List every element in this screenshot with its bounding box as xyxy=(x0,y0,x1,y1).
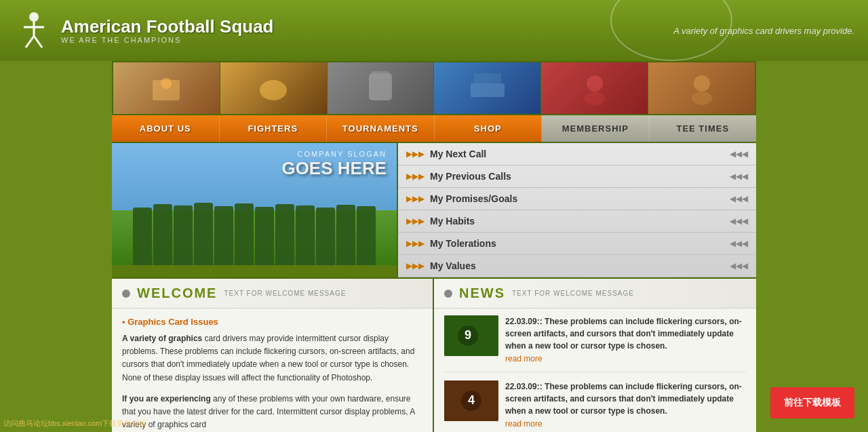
hero-slogan-small: COMPANY SLOGAN xyxy=(281,150,387,158)
sidebar-label-4: My Habits xyxy=(430,216,730,227)
arrow-left-icon-4: ▶▶▶ xyxy=(406,216,425,226)
player-11 xyxy=(336,205,355,265)
main-container: ABOUT US FIGHTERS TOURNAMENTS SHOP MEMBE… xyxy=(112,61,756,432)
photo-3 xyxy=(328,62,435,114)
article-second: If you are experiencing any of these pro… xyxy=(122,393,422,432)
news-thumb-2: 4 xyxy=(444,380,498,421)
player-6 xyxy=(235,203,254,265)
bottom-content: WELCOME TEXT FOR WELCOME MESSAGE Graphic… xyxy=(112,277,756,432)
news-text-1: 22.03.09:: These problems can include fl… xyxy=(505,315,746,364)
photo-strip xyxy=(112,61,756,115)
sidebar-label-6: My Values xyxy=(430,260,730,271)
arrow-right-icon-4: ◀◀◀ xyxy=(730,216,748,226)
player-4 xyxy=(194,203,213,265)
nav-fighters[interactable]: FIGHTERS xyxy=(220,115,328,142)
news-text-2: 22.03.09:: These problems can include fl… xyxy=(505,380,746,429)
photo-2 xyxy=(220,62,328,114)
player-9 xyxy=(296,205,315,265)
arrow-right-icon-5: ◀◀◀ xyxy=(730,239,748,248)
arrow-left-icon-1: ▶▶▶ xyxy=(406,149,425,159)
article-second-bold: If you are experiencing xyxy=(122,394,211,404)
arrow-right-icon-6: ◀◀◀ xyxy=(730,261,748,271)
news-body: 9 22.03.09:: These problems can include … xyxy=(434,309,756,432)
nav-about-us[interactable]: ABOUT US xyxy=(112,115,220,142)
arrow-right-icon-2: ◀◀◀ xyxy=(730,172,748,181)
photo-6 xyxy=(648,62,755,114)
sidebar-item-habits[interactable]: ▶▶▶ My Habits ◀◀◀ xyxy=(398,210,756,233)
welcome-header: WELCOME TEXT FOR WELCOME MESSAGE xyxy=(112,279,433,309)
hero-slogan-big: GOES HERE xyxy=(281,158,387,179)
welcome-title: WELCOME xyxy=(137,286,217,301)
news-item-2: 4 22.03.09:: These problems can include … xyxy=(444,380,746,432)
watermark: 访问曲马论坛bbs.xienlao.com下载更多模板 xyxy=(3,418,147,429)
svg-rect-9 xyxy=(372,71,389,78)
hero-section: COMPANY SLOGAN GOES HERE xyxy=(112,143,397,265)
arrow-left-icon-6: ▶▶▶ xyxy=(406,261,425,271)
read-more-1[interactable]: read more xyxy=(505,354,746,364)
svg-rect-11 xyxy=(474,73,501,83)
sidebar-item-previous-calls[interactable]: ▶▶▶ My Previous Calls ◀◀◀ xyxy=(398,165,756,188)
player-12 xyxy=(357,206,376,265)
arrow-left-icon-3: ▶▶▶ xyxy=(406,194,425,203)
player-8 xyxy=(275,204,294,265)
svg-rect-10 xyxy=(471,83,505,97)
svg-text:9: 9 xyxy=(465,328,471,342)
sidebar-item-values[interactable]: ▶▶▶ My Values ◀◀◀ xyxy=(398,255,756,277)
player-1 xyxy=(133,208,152,265)
welcome-dot xyxy=(122,290,130,298)
site-subtitle: WE ARE THE CHAMPIONS xyxy=(61,36,274,44)
sidebar-label-5: My Tolerations xyxy=(430,238,730,249)
svg-point-14 xyxy=(694,75,710,92)
player-10 xyxy=(316,208,335,265)
header-slogan: A variety of graphics card drivers may p… xyxy=(673,26,854,36)
article-body: A variety of graphics card drivers may p… xyxy=(122,332,422,385)
sidebar-label-2: My Previous Calls xyxy=(430,171,730,182)
svg-line-3 xyxy=(26,36,34,47)
player-2 xyxy=(153,204,172,265)
sidebar-label-3: My Promises/Goals xyxy=(430,193,730,204)
download-button[interactable]: 前往下载模板 xyxy=(770,387,854,418)
sidebar-item-promises[interactable]: ▶▶▶ My Promises/Goals ◀◀◀ xyxy=(398,188,756,210)
player-7 xyxy=(255,207,274,265)
article-title: Graphics Card Issues xyxy=(122,317,422,327)
svg-point-0 xyxy=(29,12,39,22)
svg-point-13 xyxy=(585,92,605,105)
nav-shop[interactable]: SHOP xyxy=(435,115,542,142)
nav-membership[interactable]: MEMBERSHIP xyxy=(542,115,650,142)
hero-slogan: COMPANY SLOGAN GOES HERE xyxy=(281,150,387,179)
sidebar-item-tolerations[interactable]: ▶▶▶ My Tolerations ◀◀◀ xyxy=(398,233,756,255)
welcome-section: WELCOME TEXT FOR WELCOME MESSAGE Graphic… xyxy=(112,279,434,432)
arrow-right-icon-1: ◀◀◀ xyxy=(730,149,748,159)
arrow-left-icon-5: ▶▶▶ xyxy=(406,239,425,248)
content-area: COMPANY SLOGAN GOES HERE xyxy=(112,142,756,277)
sidebar-item-next-call[interactable]: ▶▶▶ My Next Call ◀◀◀ xyxy=(398,143,756,165)
arrow-right-icon-3: ◀◀◀ xyxy=(730,194,748,203)
photo-1 xyxy=(113,62,220,114)
news-date-1: 22.03.09:: These problems can include fl… xyxy=(505,315,746,352)
sidebar-label-1: My Next Call xyxy=(430,149,730,159)
welcome-subtitle: TEXT FOR WELCOME MESSAGE xyxy=(224,290,346,297)
news-item-1: 9 22.03.09:: These problems can include … xyxy=(444,315,746,372)
sidebar: ▶▶▶ My Next Call ◀◀◀ ▶▶▶ My Previous Cal… xyxy=(397,143,756,277)
player-5 xyxy=(214,206,233,265)
article-bold: A variety of graphics xyxy=(122,334,202,343)
player-3 xyxy=(174,205,193,265)
svg-text:4: 4 xyxy=(468,393,475,407)
header: American Football Squad WE ARE THE CHAMP… xyxy=(0,0,868,61)
news-date-2: 22.03.09:: These problems can include fl… xyxy=(505,380,746,417)
svg-point-12 xyxy=(587,75,603,92)
svg-line-4 xyxy=(34,36,42,47)
players-row xyxy=(112,203,397,265)
nav-tournaments[interactable]: TOURNAMENTS xyxy=(327,115,435,142)
news-section: NEWS TEXT FOR WELCOME MESSAGE 9 22.03. xyxy=(434,279,756,432)
photo-5 xyxy=(541,62,648,114)
news-dot xyxy=(444,290,452,298)
nav-tee-times[interactable]: TEE TIMES xyxy=(650,115,757,142)
svg-point-6 xyxy=(161,78,172,89)
svg-point-15 xyxy=(692,92,712,105)
nav-bar: ABOUT US FIGHTERS TOURNAMENTS SHOP MEMBE… xyxy=(112,115,756,142)
read-more-2[interactable]: read more xyxy=(505,419,746,429)
arrow-left-icon-2: ▶▶▶ xyxy=(406,172,425,181)
news-title: NEWS xyxy=(459,286,505,301)
logo-area: American Football Squad WE ARE THE CHAMP… xyxy=(14,10,274,51)
